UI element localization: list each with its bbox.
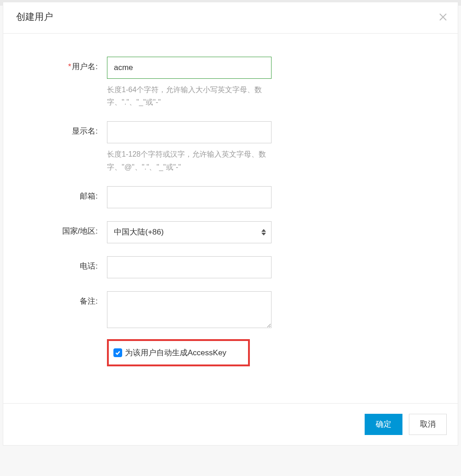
country-label: 国家/地区: [31, 221, 107, 236]
display-name-help: 长度1-128个字符或汉字，允许输入英文字母、数字、"@"、"."、"_"或"-… [107, 148, 273, 173]
username-help: 长度1-64个字符，允许输入大小写英文字母、数字、"."、"_"或"-" [107, 83, 273, 108]
access-key-highlight: 为该用户自动生成AccessKey [107, 339, 250, 366]
phone-label-text: 电话: [80, 262, 98, 270]
display-name-label: 显示名: [31, 121, 107, 136]
confirm-button[interactable]: 确定 [365, 414, 402, 435]
country-select[interactable]: 中国大陆(+86) [107, 221, 272, 243]
form-row-username: *用户名: 长度1-64个字符，允许输入大小写英文字母、数字、"."、"_"或"… [31, 57, 430, 108]
required-star: * [68, 62, 71, 71]
remarks-label: 备注: [31, 291, 107, 306]
username-control: 长度1-64个字符，允许输入大小写英文字母、数字、"."、"_"或"-" [107, 57, 282, 108]
form-row-access-key: 为该用户自动生成AccessKey [31, 339, 430, 366]
username-label: *用户名: [31, 57, 107, 72]
remarks-textarea[interactable] [107, 291, 272, 328]
phone-control [107, 256, 282, 278]
email-control [107, 186, 282, 208]
form-row-display-name: 显示名: 长度1-128个字符或汉字，允许输入英文字母、数字、"@"、"."、"… [31, 121, 430, 173]
cancel-button[interactable]: 取消 [409, 414, 447, 435]
display-name-control: 长度1-128个字符或汉字，允许输入英文字母、数字、"@"、"."、"_"或"-… [107, 121, 282, 173]
country-control: 中国大陆(+86) [107, 221, 282, 243]
display-name-label-text: 显示名: [72, 127, 98, 135]
form-row-phone: 电话: [31, 256, 430, 278]
close-icon[interactable] [438, 12, 448, 22]
dialog-footer: 确定 取消 [3, 403, 458, 445]
dialog-body: *用户名: 长度1-64个字符，允许输入大小写英文字母、数字、"."、"_"或"… [3, 34, 458, 403]
email-input[interactable] [107, 186, 272, 208]
phone-label: 电话: [31, 256, 107, 271]
form-row-email: 邮箱: [31, 186, 430, 208]
remarks-control [107, 291, 282, 330]
form-row-country: 国家/地区: 中国大陆(+86) [31, 221, 430, 243]
form-row-remarks: 备注: [31, 291, 430, 330]
phone-input[interactable] [107, 256, 272, 278]
remarks-label-text: 备注: [80, 297, 98, 306]
country-label-text: 国家/地区: [62, 227, 98, 235]
username-input[interactable] [107, 57, 272, 79]
username-label-text: 用户名: [72, 62, 98, 71]
display-name-input[interactable] [107, 121, 272, 143]
dialog-header: 创建用户 [3, 2, 458, 34]
create-user-dialog: 创建用户 *用户名: 长度1-64个字符，允许输入大小写英文字母、数字、"."、… [3, 2, 458, 446]
email-label-text: 邮箱: [80, 192, 98, 200]
email-label: 邮箱: [31, 186, 107, 201]
check-icon [115, 350, 121, 356]
access-key-checkbox[interactable] [113, 348, 122, 357]
access-key-label: 为该用户自动生成AccessKey [125, 347, 226, 358]
dialog-title: 创建用户 [16, 11, 53, 23]
